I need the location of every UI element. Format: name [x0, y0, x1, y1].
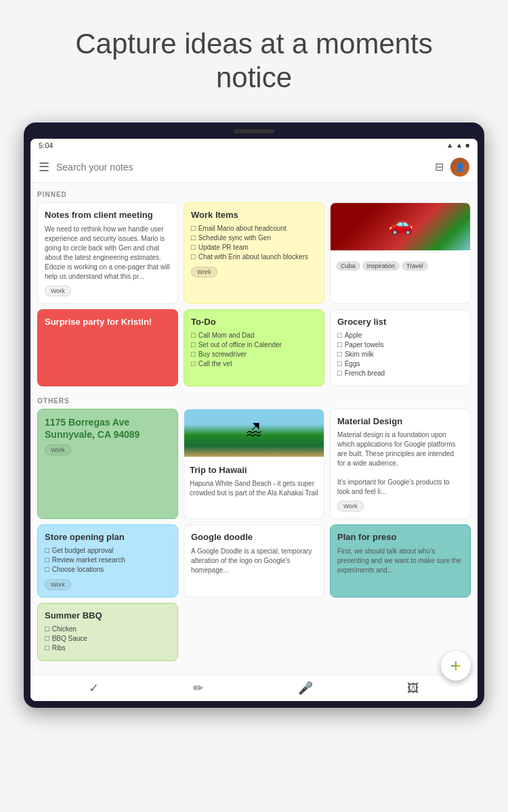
note-address[interactable]: 1175 Borregas Ave Sunnyvale, CA 94089 Wo…: [37, 409, 178, 520]
checkbox-item: Update PR team: [191, 244, 317, 251]
wifi-icon: ▲: [446, 141, 453, 149]
fab-button[interactable]: +: [441, 651, 471, 681]
checkbox-item: Eggs: [337, 360, 463, 367]
battery-icon: ■: [465, 141, 469, 149]
note-text: Material design is a foundation upon whi…: [337, 430, 463, 497]
checkbox-item: Skim milk: [337, 351, 463, 358]
checkbox-item: Apple: [337, 332, 463, 339]
checkbox-item: Buy screwdriver: [191, 351, 317, 358]
image-icon[interactable]: 🖼: [407, 681, 419, 696]
note-title: Google doodle: [191, 532, 317, 543]
travel-chip: Travel: [402, 261, 428, 271]
note-title: Material Design: [337, 416, 463, 428]
inspiration-chip: Inspiration: [362, 261, 400, 271]
search-icons: ⊟ 👤: [435, 158, 469, 177]
note-text: First, we should talk about who's presen…: [337, 547, 463, 575]
work-tag: Work: [337, 501, 364, 512]
note-title: Work Items: [191, 210, 317, 221]
work-tag: Work: [45, 579, 71, 590]
address-text: 1175 Borregas Ave Sunnyvale, CA 94089: [45, 416, 171, 441]
bottom-toolbar: ✓ ✏ 🎤 🖼: [30, 675, 478, 701]
checkbox-item: Call Mom and Dad: [191, 332, 317, 339]
hawaii-image: [184, 409, 324, 457]
checkbox-item: Schedule sync with Gen: [191, 234, 317, 242]
chip-row: Cuba Inspiration Travel: [336, 261, 465, 271]
note-summer-bbq[interactable]: Summer BBQ Chicken BBQ Sauce Ribs: [37, 603, 178, 661]
note-text: Hapuna White Sand Beach - it gets super …: [190, 479, 318, 498]
status-icons: ▲ ▲ ■: [446, 141, 469, 149]
status-bar: 5:04 ▲ ▲ ■: [30, 139, 478, 152]
note-todo[interactable]: To-Do Call Mom and Dad Set out of office…: [184, 309, 324, 386]
checkbox-item: Ribs: [45, 644, 171, 652]
note-cuba-travel[interactable]: Cuba Inspiration Travel: [330, 202, 471, 304]
cuba-chip: Cuba: [336, 261, 360, 271]
note-store-plan[interactable]: Store opening plan Get budget approval R…: [37, 524, 178, 597]
note-title: Surprise party for Kristin!: [45, 317, 171, 328]
hero-title: Capture ideas at a moments notice: [41, 27, 467, 95]
note-title: Store opening plan: [45, 532, 171, 543]
work-tag: Work: [191, 267, 217, 277]
note-material-design[interactable]: Material Design Material design is a fou…: [330, 409, 471, 520]
work-tag: Work: [45, 445, 71, 455]
note-surprise-party[interactable]: Surprise party for Kristin!: [37, 309, 178, 386]
note-work-items[interactable]: Work Items Email Mario about headcount S…: [184, 202, 324, 304]
time: 5:04: [39, 141, 53, 150]
checkbox-item: Paper towels: [337, 341, 463, 348]
note-google-doodle[interactable]: Google doodle A Google Doodle is a speci…: [184, 524, 324, 597]
search-input[interactable]: [56, 162, 428, 173]
note-title: To-Do: [191, 317, 317, 328]
hero-section: Capture ideas at a moments notice: [0, 0, 508, 116]
note-title: Plan for preso: [337, 532, 463, 543]
checkbox-item: Chat with Erin about launch blockers: [191, 253, 317, 261]
note-title: Notes from client meeting: [45, 210, 171, 221]
note-client-meeting[interactable]: Notes from client meeting We need to ret…: [37, 202, 178, 304]
hamburger-icon[interactable]: ☰: [39, 160, 49, 175]
checkbox-item: French bread: [337, 369, 463, 377]
note-title: Trip to Hawaii: [190, 465, 318, 476]
checkbox-item: Chicken: [45, 625, 171, 633]
note-title: Grocery list: [337, 317, 463, 328]
list-view-icon[interactable]: ⊟: [435, 160, 444, 173]
signal-icon: ▲: [456, 141, 463, 149]
tablet-screen: 5:04 ▲ ▲ ■ ☰ ⊟ 👤: [30, 139, 478, 701]
note-title: Summer BBQ: [45, 610, 171, 622]
checkbox-item: Set out of office in Calender: [191, 341, 317, 348]
fab-plus-icon: +: [450, 656, 461, 675]
search-bar: ☰ ⊟ 👤: [30, 152, 478, 183]
check-icon[interactable]: ✓: [89, 681, 99, 696]
pinned-label: PINNED: [37, 188, 471, 202]
note-grocery-list[interactable]: Grocery list Apple Paper towels Skim mil…: [330, 309, 471, 386]
mic-icon[interactable]: 🎤: [298, 681, 313, 696]
checkbox-item: BBQ Sauce: [45, 635, 171, 642]
note-text: A Google Doodle is a special, temporary …: [191, 547, 317, 575]
car-image: [330, 202, 471, 250]
checkbox-item: Get budget approval: [45, 547, 171, 554]
tablet-wrapper: 5:04 ▲ ▲ ■ ☰ ⊟ 👤: [0, 116, 508, 728]
checkbox-item: Call the vet: [191, 360, 317, 367]
avatar[interactable]: 👤: [450, 158, 469, 177]
work-tag: Work: [45, 286, 71, 296]
note-text: We need to rethink how we handle user ex…: [45, 225, 171, 281]
pencil-icon[interactable]: ✏: [193, 681, 203, 696]
checkbox-item: Review market research: [45, 556, 171, 564]
notes-content: PINNED Notes from client meeting We need…: [30, 183, 478, 675]
checkbox-item: Choose locations: [45, 566, 171, 573]
note-plan-preso[interactable]: Plan for preso First, we should talk abo…: [330, 524, 471, 597]
others-label: OTHERS: [37, 394, 471, 409]
tablet-device: 5:04 ▲ ▲ ■ ☰ ⊟ 👤: [24, 122, 484, 708]
pinned-grid: Notes from client meeting We need to ret…: [37, 202, 471, 386]
checkbox-item: Email Mario about headcount: [191, 225, 317, 232]
note-trip-hawaii[interactable]: Trip to Hawaii Hapuna White Sand Beach -…: [184, 409, 324, 520]
others-grid: 1175 Borregas Ave Sunnyvale, CA 94089 Wo…: [37, 409, 471, 662]
